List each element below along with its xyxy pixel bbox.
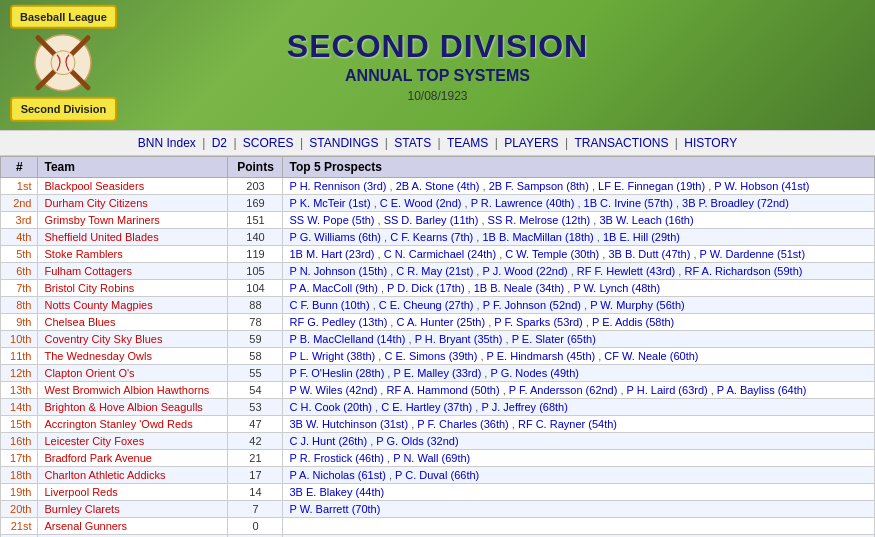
cell-points: 78 xyxy=(228,314,283,331)
cell-rank: 14th xyxy=(1,399,38,416)
prospect-entry: P G. Olds (32nd) xyxy=(376,435,458,447)
col-points: Points xyxy=(228,157,283,178)
cell-team: Fulham Cottagers xyxy=(38,263,228,280)
team-link[interactable]: Fulham Cottagers xyxy=(44,265,131,277)
prospect-entry: LF E. Finnegan (19th) xyxy=(598,180,705,192)
prospect-entry: P E. Addis (58th) xyxy=(592,316,674,328)
team-link[interactable]: Leicester City Foxes xyxy=(44,435,144,447)
table-row: 3rdGrimsby Town Mariners151SS W. Pope (5… xyxy=(1,212,875,229)
nav-history[interactable]: HISTORY xyxy=(684,136,737,150)
prospect-entry: P L. Wright (38th) xyxy=(289,350,375,362)
cell-points: 88 xyxy=(228,297,283,314)
cell-points: 58 xyxy=(228,348,283,365)
cell-rank: 15th xyxy=(1,416,38,433)
cell-prospects: P A. MacColl (9th) , P D. Dick (17th) , … xyxy=(283,280,875,297)
cell-team: Burnley Clarets xyxy=(38,501,228,518)
team-link[interactable]: Sheffield United Blades xyxy=(44,231,158,243)
team-link[interactable]: Clapton Orient O's xyxy=(44,367,134,379)
nav-scores[interactable]: SCORES xyxy=(243,136,294,150)
table-row: 1stBlackpool Seasiders203P H. Rennison (… xyxy=(1,178,875,195)
nav-stats[interactable]: STATS xyxy=(394,136,431,150)
table-row: 6thFulham Cottagers105P N. Johnson (15th… xyxy=(1,263,875,280)
title-area: SECOND DIVISION ANNUAL TOP SYSTEMS 10/08… xyxy=(287,28,588,103)
table-row: 9thChelsea Blues78RF G. Pedley (13th) , … xyxy=(1,314,875,331)
prospect-entry: RF A. Richardson (59th) xyxy=(684,265,802,277)
prospect-entry: 3B E. Blakey (44th) xyxy=(289,486,384,498)
prospect-entry: RF F. Hewlett (43rd) xyxy=(577,265,675,277)
team-link[interactable]: Accrington Stanley 'Owd Reds xyxy=(44,418,192,430)
team-link[interactable]: Brighton & Hove Albion Seagulls xyxy=(44,401,202,413)
nav-bnn-index[interactable]: BNN Index xyxy=(138,136,196,150)
table-row: 21stArsenal Gunners0 xyxy=(1,518,875,535)
cell-rank: 12th xyxy=(1,365,38,382)
team-link[interactable]: Charlton Athletic Addicks xyxy=(44,469,165,481)
cell-team: Blackpool Seasiders xyxy=(38,178,228,195)
prospect-entry: 3B B. Dutt (47th) xyxy=(608,248,690,260)
team-link[interactable]: Arsenal Gunners xyxy=(44,520,127,532)
prospect-entry: P R. Lawrence (40th) xyxy=(471,197,575,209)
nav-players[interactable]: PLAYERS xyxy=(504,136,558,150)
team-link[interactable]: Chelsea Blues xyxy=(44,316,115,328)
cell-team: Arsenal Gunners xyxy=(38,518,228,535)
prospect-entry: P N. Johnson (15th) xyxy=(289,265,387,277)
prospect-entry: C H. Cook (20th) xyxy=(289,401,372,413)
team-link[interactable]: Liverpool Reds xyxy=(44,486,117,498)
cell-points: 104 xyxy=(228,280,283,297)
team-link[interactable]: Blackpool Seasiders xyxy=(44,180,144,192)
prospect-entry: 3B W. Hutchinson (31st) xyxy=(289,418,408,430)
prospect-entry: 1B E. Hill (29th) xyxy=(603,231,680,243)
team-link[interactable]: Burnley Clarets xyxy=(44,503,119,515)
team-link[interactable]: The Wednesday Owls xyxy=(44,350,151,362)
team-link[interactable]: Bradford Park Avenue xyxy=(44,452,151,464)
prospect-entry: C A. Hunter (25th) xyxy=(396,316,485,328)
nav-standings[interactable]: STANDINGS xyxy=(309,136,378,150)
nav-d2[interactable]: D2 xyxy=(212,136,227,150)
table-row: 15thAccrington Stanley 'Owd Reds473B W. … xyxy=(1,416,875,433)
cell-prospects: C J. Hunt (26th) , P G. Olds (32nd) xyxy=(283,433,875,450)
cell-prospects xyxy=(283,518,875,535)
prospect-entry: P C. Duval (66th) xyxy=(395,469,479,481)
table-row: 20thBurnley Clarets7P W. Barrett (70th) xyxy=(1,501,875,518)
cell-rank: 20th xyxy=(1,501,38,518)
col-prospects: Top 5 Prospects xyxy=(283,157,875,178)
prospect-entry: P D. Dick (17th) xyxy=(387,282,464,294)
cell-prospects: P A. Nicholas (61st) , P C. Duval (66th) xyxy=(283,467,875,484)
team-link[interactable]: West Bromwich Albion Hawthorns xyxy=(44,384,209,396)
cell-points: 47 xyxy=(228,416,283,433)
cell-team: Leicester City Foxes xyxy=(38,433,228,450)
cell-prospects: SS W. Pope (5th) , SS D. Barley (11th) ,… xyxy=(283,212,875,229)
cell-rank: 16th xyxy=(1,433,38,450)
cell-rank: 17th xyxy=(1,450,38,467)
prospect-entry: SS R. Melrose (12th) xyxy=(488,214,591,226)
prospect-entry: 2B A. Stone (4th) xyxy=(396,180,480,192)
col-rank: # xyxy=(1,157,38,178)
logo-badge-top: Baseball League xyxy=(10,5,117,29)
cell-points: 140 xyxy=(228,229,283,246)
nav-teams[interactable]: TEAMS xyxy=(447,136,488,150)
prospect-entry: RF G. Pedley (13th) xyxy=(289,316,387,328)
header-banner: Baseball League Second Division SECOND D… xyxy=(0,0,875,130)
nav-transactions[interactable]: TRANSACTIONS xyxy=(574,136,668,150)
cell-rank: 8th xyxy=(1,297,38,314)
prospect-entry: P F. Charles (36th) xyxy=(417,418,509,430)
baseball-logo xyxy=(33,33,93,93)
logo-badge-bottom: Second Division xyxy=(10,97,117,121)
team-link[interactable]: Grimsby Town Mariners xyxy=(44,214,159,226)
team-link[interactable]: Stoke Ramblers xyxy=(44,248,122,260)
team-link[interactable]: Bristol City Robins xyxy=(44,282,134,294)
prospect-entry: P R. Frostick (46th) xyxy=(289,452,384,464)
table-row: 5thStoke Ramblers1191B M. Hart (23rd) , … xyxy=(1,246,875,263)
team-link[interactable]: Coventry City Sky Blues xyxy=(44,333,162,345)
cell-team: West Bromwich Albion Hawthorns xyxy=(38,382,228,399)
team-link[interactable]: Durham City Citizens xyxy=(44,197,147,209)
team-link[interactable]: Notts County Magpies xyxy=(44,299,152,311)
prospect-entry: 1B B. Neale (34th) xyxy=(474,282,565,294)
cell-prospects: P G. Williams (6th) , C F. Kearns (7th) … xyxy=(283,229,875,246)
prospect-entry: P H. Bryant (35th) xyxy=(415,333,503,345)
prospect-entry: SS W. Pope (5th) xyxy=(289,214,374,226)
svg-point-3 xyxy=(51,51,75,75)
prospect-entry: C R. May (21st) xyxy=(396,265,473,277)
prospect-entry: 2B F. Sampson (8th) xyxy=(489,180,589,192)
prospect-entry: P F. O'Heslin (28th) xyxy=(289,367,384,379)
prospect-entry: RF A. Hammond (50th) xyxy=(386,384,499,396)
